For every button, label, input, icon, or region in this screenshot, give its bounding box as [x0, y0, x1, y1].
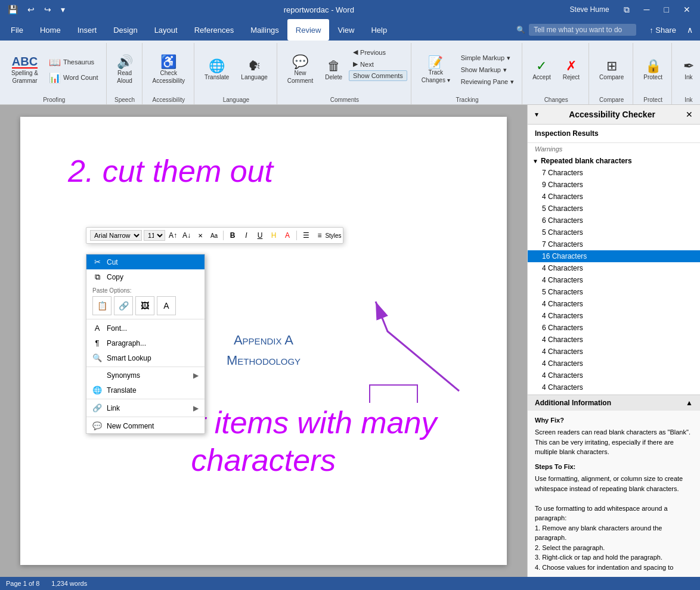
- menu-layout[interactable]: Layout: [146, 19, 186, 41]
- redo-button[interactable]: ↪: [41, 4, 54, 15]
- menu-mailings[interactable]: Mailings: [242, 19, 287, 41]
- font-family-select[interactable]: Arial Narrow: [90, 230, 142, 241]
- a11y-item[interactable]: 4 Characters: [528, 310, 700, 322]
- a11y-item[interactable]: 4 Characters: [528, 191, 700, 203]
- reviewing-pane-button[interactable]: Reviewing Pane▾: [457, 76, 519, 88]
- ctx-link[interactable]: 🔗 Link ▶: [86, 400, 205, 415]
- menu-help[interactable]: Help: [363, 19, 395, 41]
- new-comment-button[interactable]: 💬 NewComment: [282, 48, 318, 91]
- compare-button[interactable]: ⊞ Compare: [594, 48, 629, 91]
- a11y-item[interactable]: 7 Characters: [528, 238, 700, 250]
- ink-button[interactable]: ✒ Ink: [677, 48, 700, 91]
- a11y-item[interactable]: 4 Characters: [528, 381, 700, 393]
- ctx-font[interactable]: A Font...: [86, 321, 205, 336]
- a11y-item[interactable]: 4 Characters: [528, 358, 700, 369]
- menu-review[interactable]: Review: [287, 19, 330, 41]
- paste-merge-button[interactable]: 🔗: [114, 296, 133, 315]
- translate-button[interactable]: 🌐 Translate: [199, 48, 234, 91]
- next-comment-button[interactable]: ▶Next: [349, 58, 407, 70]
- spelling-grammar-button[interactable]: ABC Spelling &Grammar: [6, 48, 44, 91]
- share-button[interactable]: ↑ Share: [643, 19, 682, 41]
- a11y-item-selected[interactable]: 16 Characters: [528, 250, 700, 262]
- a11y-item[interactable]: 5 Characters: [528, 203, 700, 215]
- underline-button[interactable]: U: [254, 229, 266, 241]
- toolbar-separator-1: [223, 231, 224, 240]
- font-clear-button[interactable]: ✕: [194, 229, 206, 241]
- a11y-item[interactable]: 9 Characters: [528, 179, 700, 191]
- a11y-item[interactable]: 4 Characters: [528, 298, 700, 310]
- proofing-label: Proofing: [43, 95, 65, 103]
- font-size-select[interactable]: 11: [144, 230, 165, 241]
- a11y-steps-extra3: 2. Select the paragraph.: [535, 543, 693, 553]
- a11y-item[interactable]: 4 Characters: [528, 262, 700, 274]
- menu-insert[interactable]: Insert: [69, 19, 106, 41]
- a11y-additional-header[interactable]: Additional Information ▲: [528, 395, 700, 411]
- font-format-button[interactable]: Aa: [208, 229, 220, 241]
- a11y-close-button[interactable]: ✕: [686, 110, 693, 119]
- ctx-paragraph[interactable]: ¶ Paragraph...: [86, 336, 205, 350]
- ctx-translate[interactable]: 🌐 Translate: [86, 383, 205, 398]
- protect-button[interactable]: 🔒 Protect: [638, 48, 668, 91]
- paste-keep-source-button[interactable]: 📋: [92, 296, 111, 315]
- track-changes-button[interactable]: 📝 TrackChanges ▾: [416, 48, 456, 91]
- show-comments-button[interactable]: Show Comments: [349, 70, 407, 81]
- italic-button[interactable]: I: [240, 229, 252, 241]
- font-shrink-button[interactable]: A↓: [181, 229, 193, 241]
- read-aloud-button[interactable]: 🔊 ReadAloud: [111, 48, 138, 91]
- save-button[interactable]: 💾: [5, 4, 21, 15]
- a11y-item[interactable]: 4 Characters: [528, 369, 700, 381]
- ctx-cut[interactable]: ✂ Cut: [86, 254, 205, 269]
- paste-text-only-button[interactable]: A: [157, 296, 176, 315]
- a11y-item[interactable]: 4 Characters: [528, 334, 700, 346]
- highlight-button[interactable]: H: [268, 229, 280, 241]
- proofing-small-buttons: 📖 Thesaurus 📊 Word Count: [45, 55, 103, 85]
- a11y-category-repeated-blank[interactable]: ▼ Repeated blank characters: [528, 155, 700, 167]
- simple-markup-button[interactable]: Simple Markup▾: [457, 52, 519, 64]
- a11y-item[interactable]: 6 Characters: [528, 215, 700, 226]
- accept-button[interactable]: ✓ Accept: [527, 48, 556, 91]
- font-color-button[interactable]: A: [281, 229, 293, 241]
- a11y-item[interactable]: 4 Characters: [528, 346, 700, 358]
- document-page-container[interactable]: 2. cut them out Arial Narrow 11 A↑ A↓ ✕ …: [0, 105, 527, 577]
- minimize-button[interactable]: ─: [639, 4, 655, 15]
- styles-button[interactable]: Styles: [327, 229, 339, 241]
- show-markup-button[interactable]: Show Markup▾: [457, 64, 519, 76]
- collapse-ribbon-button[interactable]: ∧: [682, 19, 698, 41]
- menu-file[interactable]: File: [2, 19, 32, 41]
- undo-button[interactable]: ↩: [24, 4, 38, 15]
- tell-me-input[interactable]: [529, 24, 636, 36]
- ctx-smart-lookup[interactable]: 🔍 Smart Lookup: [86, 350, 205, 365]
- ribbon-group-language: 🌐 Translate 🗣 Language Language: [196, 43, 277, 104]
- ctx-new-comment[interactable]: 💬 New Comment: [86, 418, 205, 433]
- menu-view[interactable]: View: [329, 19, 363, 41]
- check-accessibility-button[interactable]: ♿ CheckAccessibility: [147, 48, 190, 91]
- language-button[interactable]: 🗣 Language: [236, 48, 273, 91]
- a11y-item[interactable]: 5 Characters: [528, 286, 700, 298]
- a11y-item[interactable]: 5 Characters: [528, 226, 700, 238]
- word-count-button[interactable]: 📊 Word Count: [45, 70, 103, 85]
- close-button[interactable]: ✕: [679, 4, 695, 15]
- ribbon: ABC Spelling &Grammar 📖 Thesaurus 📊 Word…: [0, 41, 700, 105]
- menu-design[interactable]: Design: [105, 19, 145, 41]
- a11y-item[interactable]: 7 Characters: [528, 167, 700, 179]
- restore-button[interactable]: ⧉: [619, 4, 634, 16]
- menu-references[interactable]: References: [186, 19, 242, 41]
- delete-comment-button[interactable]: 🗑 Delete: [320, 48, 348, 91]
- document-page[interactable]: 2. cut them out Arial Narrow 11 A↑ A↓ ✕ …: [20, 117, 507, 565]
- previous-comment-button[interactable]: ◀Previous: [349, 46, 407, 58]
- maximize-button[interactable]: □: [659, 4, 674, 15]
- a11y-item[interactable]: 4 Characters: [528, 274, 700, 286]
- bold-button[interactable]: B: [227, 229, 239, 241]
- thesaurus-button[interactable]: 📖 Thesaurus: [45, 55, 103, 70]
- tell-me-container: 🔍: [509, 19, 643, 41]
- bullets-button[interactable]: ☰: [300, 229, 312, 241]
- numbering-button[interactable]: ≡: [314, 229, 326, 241]
- menu-home[interactable]: Home: [32, 19, 69, 41]
- font-grow-button[interactable]: A↑: [167, 229, 179, 241]
- ctx-copy[interactable]: ⧉ Copy: [86, 269, 205, 285]
- customize-qat-button[interactable]: ▾: [58, 4, 68, 15]
- paste-picture-button[interactable]: 🖼: [135, 296, 154, 315]
- a11y-item[interactable]: 6 Characters: [528, 322, 700, 334]
- ctx-synonyms[interactable]: Synonyms ▶: [86, 368, 205, 383]
- reject-button[interactable]: ✗ Reject: [557, 48, 585, 91]
